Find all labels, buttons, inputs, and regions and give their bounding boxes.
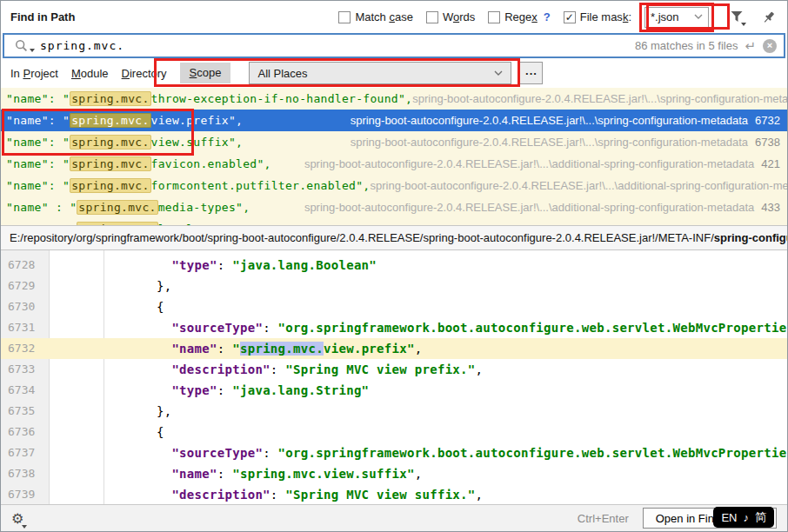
result-location: spring-boot-autoconfigure-2.0.4.RELEASE.… [412,92,787,105]
code-line: 6735 }, [1,401,787,422]
code-token: "description" [171,488,270,502]
code-token: view.prefix" [324,342,415,356]
result-key-text: "name": " [6,157,70,170]
match-case-checkbox[interactable]: Match case [338,10,412,23]
code-preview-pane[interactable]: 6728 "type": "java.lang.Boolean"6729 },6… [1,250,787,506]
match-highlight: spring.mvc. [77,200,157,215]
match-highlight: spring.mvc. [70,113,150,128]
scope-tab-scope-selected[interactable]: Scope [180,63,231,83]
result-row[interactable]: "name" : "spring.mvc.locale",spring-boot… [1,218,787,225]
filter-options-button[interactable] [727,8,746,27]
checkbox-box[interactable] [338,11,351,23]
checkbox-box[interactable] [488,11,500,23]
code-text: "sourceType": "org.springframework.boot.… [50,442,787,463]
result-snippet: "name": "spring.mvc.view.suffix", [6,136,243,149]
file-mask-value: *.json [651,10,691,23]
line-number: 6736 [1,422,50,442]
scope-tab-module[interactable]: Module [71,67,109,80]
code-text: { [50,422,164,442]
result-key-text: "name": " [6,114,70,127]
file-mask-dropdown[interactable]: *.json [644,7,709,28]
words-checkbox[interactable]: Words [426,10,475,23]
result-value-text: favicon.enabled", [151,157,271,170]
result-row[interactable]: "name": "spring.mvc.view.suffix",spring-… [1,131,787,153]
result-value-text: throw-exception-if-no-handler-found", [151,92,413,105]
chevron-down-icon [494,70,503,76]
new-line-icon[interactable]: ↵ [745,38,756,54]
result-row[interactable]: "name" : "spring.mvc.media-types",spring… [1,196,787,218]
result-row[interactable]: "name": "spring.mvc.view.prefix",spring-… [1,110,787,131]
pin-dialog-button[interactable] [759,8,778,27]
result-key-text: "name": " [6,179,70,192]
match-highlight: spring.mvc. [70,178,150,193]
result-snippet: "name": "spring.mvc.formcontent.putfilte… [6,179,370,192]
code-line: 6729 }, [1,276,787,296]
result-row[interactable]: "name": "spring.mvc.throw-exception-if-n… [1,88,787,110]
code-line: 6737 "sourceType": "org.springframework.… [1,442,787,463]
result-line-number: 6732 [755,114,780,127]
code-line: 6732 "name": "spring.mvc.view.prefix", [1,338,787,359]
regex-checkbox[interactable]: Regex ? [488,10,551,23]
code-line: 6739 "description": "Spring MVC view suf… [1,484,787,505]
checkbox-box-checked[interactable]: ✓ [564,11,576,23]
code-line: 6731 "sourceType": "org.springframework.… [1,317,787,338]
code-token: }, [126,404,171,418]
scope-more-button[interactable]: ... [519,62,543,84]
code-text: "type": "java.lang.Boolean" [50,255,377,276]
result-key-text: "name" : " [6,201,77,214]
code-token: , [415,342,423,356]
code-line: 6728 "type": "java.lang.Boolean" [1,255,787,276]
match-highlight: spring.mvc. [70,156,150,171]
clear-search-button[interactable]: × [763,39,777,53]
ime-en-label: EN [721,511,737,524]
dialog-title: Find in Path [10,10,75,23]
result-value-text: view.prefix", [151,114,244,127]
result-key-text: "name": " [6,92,70,105]
code-text: { [50,296,164,317]
line-number: 6735 [1,401,50,422]
code-text: }, [50,276,171,296]
result-location: spring-boot-autoconfigure-2.0.4.RELEASE.… [370,179,787,192]
code-token: "type" [171,258,217,272]
code-token: "name" [171,342,217,356]
words-label: Words [443,10,475,23]
code-text: "sourceType": "org.springframework.boot.… [50,317,787,338]
preview-file-path: E:/repository/org/springframework/boot/s… [1,225,787,250]
file-mask-checkbox[interactable]: ✓ File mask: [564,10,631,23]
dialog-header: Find in Path Match case Words Regex ? ✓ … [1,1,787,33]
checkbox-box[interactable] [426,11,438,23]
code-line: 6734 "type": "java.lang.String" [1,380,787,401]
scope-tab-directory[interactable]: Directory [122,67,167,80]
code-text: "description": "Spring MVC view prefix."… [50,359,483,380]
result-file-path: spring-boot-autoconfigure-2.0.4.RELEASE.… [412,92,787,105]
scope-tab-in-project[interactable]: In Project [10,67,58,80]
chevron-down-icon [694,14,703,20]
code-token: : [217,467,232,481]
code-token: , [415,467,423,481]
match-highlight: spring.mvc. [70,135,150,150]
search-icon [15,39,30,53]
result-value-text: view.suffix", [151,136,244,149]
code-token: "Spring MVC view prefix." [285,362,475,376]
search-input[interactable]: spring.mvc. [40,39,628,52]
ime-cn-label: 简 [755,509,766,525]
result-snippet: "name": "spring.mvc.favicon.enabled", [6,157,271,170]
scope-dropdown[interactable]: All Places [249,62,511,84]
search-history-button[interactable] [10,37,33,56]
code-text: "name": "spring.mvc.view.prefix", [50,338,422,359]
search-field[interactable]: spring.mvc. 86 matches in 5 files ↵ × [3,33,785,58]
settings-gear-button[interactable]: ⚙ [11,510,30,527]
regex-help-link[interactable]: ? [544,10,551,23]
file-name-bold: spring-configuration-metada [714,231,787,244]
line-number: 6734 [1,380,50,401]
code-token: : [217,342,232,356]
code-token: , [476,362,484,376]
code-token: }, [126,279,171,293]
line-number: 6730 [1,296,50,317]
code-token: : [270,362,285,376]
result-snippet: "name": "spring.mvc.view.prefix", [6,114,243,127]
search-options: Match case Words Regex ? ✓ File mask: *.… [338,3,778,32]
result-row[interactable]: "name": "spring.mvc.favicon.enabled",spr… [1,153,787,175]
line-number: 6739 [1,484,50,505]
result-row[interactable]: "name": "spring.mvc.formcontent.putfilte… [1,175,787,196]
